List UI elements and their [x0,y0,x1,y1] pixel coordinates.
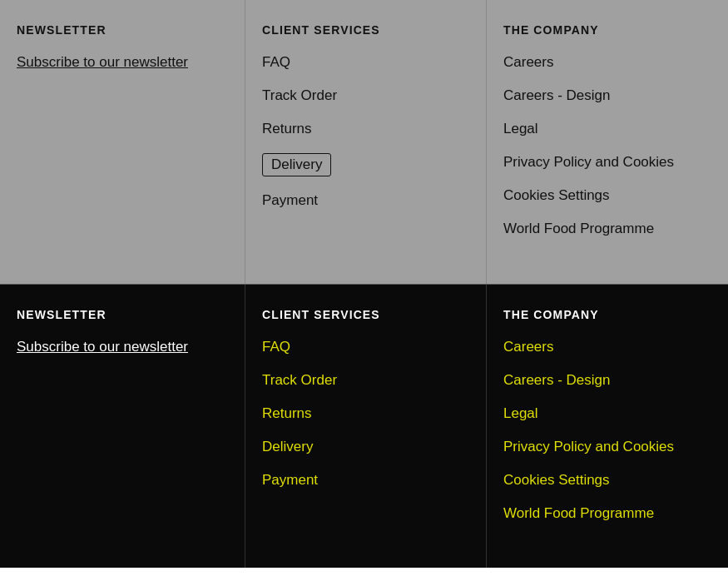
newsletter-heading-dark: NEWSLETTER [17,308,228,321]
link-privacy-dark[interactable]: Privacy Policy and Cookies [503,438,711,456]
link-returns-light[interactable]: Returns [262,120,469,138]
link-faq-dark[interactable]: FAQ [262,338,469,356]
link-careers-design-light[interactable]: Careers - Design [503,87,711,105]
newsletter-link-light[interactable]: Subscribe to our newsletter [17,53,188,72]
newsletter-link-dark[interactable]: Subscribe to our newsletter [17,338,188,357]
link-careers-design-dark[interactable]: Careers - Design [503,371,711,390]
newsletter-col-light: NEWSLETTER Subscribe to our newsletter [0,0,245,284]
link-returns-dark[interactable]: Returns [262,405,469,423]
client-services-col-light: CLIENT SERVICES FAQ Track Order Returns … [245,0,487,284]
link-legal-light[interactable]: Legal [503,120,711,138]
newsletter-heading-light: NEWSLETTER [17,23,228,37]
link-track-order-light[interactable]: Track Order [262,87,469,105]
link-delivery-light[interactable]: Delivery [262,153,469,176]
link-world-food-dark[interactable]: World Food Programme [503,504,711,523]
client-services-heading-dark: CLIENT SERVICES [262,308,469,321]
delivery-box-light: Delivery [262,153,331,176]
link-payment-dark[interactable]: Payment [262,471,469,489]
link-faq-light[interactable]: FAQ [262,53,469,72]
link-privacy-light[interactable]: Privacy Policy and Cookies [503,153,711,171]
link-cookies-settings-light[interactable]: Cookies Settings [503,186,711,205]
footer-light-section: NEWSLETTER Subscribe to our newsletter C… [0,0,728,284]
link-careers-dark[interactable]: Careers [503,338,711,356]
link-payment-light[interactable]: Payment [262,191,469,210]
link-world-food-light[interactable]: World Food Programme [503,220,711,238]
client-services-heading-light: CLIENT SERVICES [262,23,469,37]
client-services-col-dark: CLIENT SERVICES FAQ Track Order Returns … [245,285,487,569]
link-careers-light[interactable]: Careers [503,53,711,72]
footer-dark-section: NEWSLETTER Subscribe to our newsletter C… [0,285,728,569]
link-cookies-settings-dark[interactable]: Cookies Settings [503,471,711,489]
link-legal-dark[interactable]: Legal [503,405,711,423]
company-col-light: THE COMPANY Careers Careers - Design Leg… [487,0,728,284]
newsletter-col-dark: NEWSLETTER Subscribe to our newsletter [0,285,245,569]
company-heading-dark: THE COMPANY [503,308,711,321]
company-heading-light: THE COMPANY [503,23,711,37]
link-delivery-dark[interactable]: Delivery [262,438,469,456]
company-col-dark: THE COMPANY Careers Careers - Design Leg… [487,285,728,569]
link-track-order-dark[interactable]: Track Order [262,371,469,390]
